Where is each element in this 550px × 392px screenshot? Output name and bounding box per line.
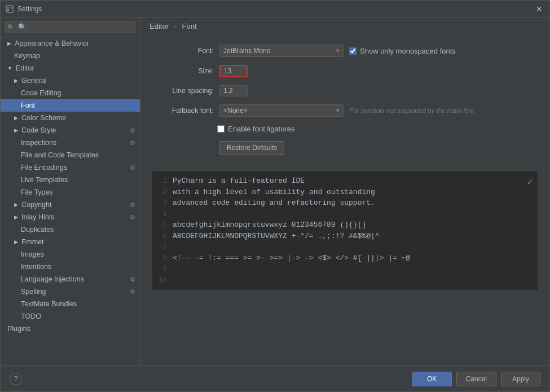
sidebar-item-color-scheme[interactable]: ▶ Color Scheme [1, 112, 140, 124]
ligatures-label: Enable font ligatures [228, 125, 295, 133]
sidebar-item-live-templates[interactable]: Live Templates [1, 174, 140, 186]
bottom-bar: ? OK Cancel Apply [1, 365, 549, 391]
preview-line-6: 6 ABCDEFGHIJKLMNOPQRSTUVWXYZ +-*/= .,;:!… [152, 231, 538, 242]
sidebar-item-code-editing[interactable]: Code Editing [1, 87, 140, 99]
sidebar-label-code-style: Code Style [21, 126, 56, 134]
sidebar-label-file-encodings: File Encodings [21, 164, 67, 171]
sidebar-label-images: Images [21, 250, 44, 258]
sidebar-item-plugins[interactable]: Plugins [1, 323, 140, 335]
ok-button[interactable]: OK [412, 372, 452, 386]
restore-defaults-button[interactable]: Restore Defaults [219, 141, 284, 155]
sidebar-item-code-style[interactable]: ▶ Code Style ⚙ [1, 124, 140, 136]
preview-line-5: 5 abcdefghijklmnopqrstuvwxyz 0123456789 … [152, 219, 538, 231]
sidebar-item-inspections[interactable]: Inspections ⚙ [1, 136, 140, 149]
apply-button[interactable]: Apply [501, 372, 540, 386]
line-num-2: 2 [152, 187, 173, 198]
font-label: Font: [152, 47, 214, 55]
gear-icon-inspections: ⚙ [130, 139, 135, 147]
sidebar-item-file-templates[interactable]: File and Code Templates [1, 149, 140, 161]
sidebar-item-spelling[interactable]: Spelling ⚙ [1, 285, 140, 298]
sidebar-label-color-scheme: Color Scheme [21, 114, 66, 122]
line-num-1: 1 [152, 175, 173, 187]
fallback-select[interactable]: <None> [219, 104, 344, 117]
window-icon [5, 5, 14, 14]
line-num-6: 6 [152, 231, 173, 242]
help-button[interactable]: ? [10, 373, 22, 385]
preview-line-3: 3 advanced code editing and refactoring … [152, 197, 538, 209]
size-input[interactable] [219, 65, 248, 77]
arrow-icon-copyright: ▶ [14, 202, 18, 208]
gear-icon-spelling: ⚙ [130, 288, 135, 296]
sidebar-item-lang-injections[interactable]: Language Injections ⚙ [1, 273, 140, 285]
line-code-5: abcdefghijklmnopqrstuvwxyz 0123456789 ()… [173, 219, 366, 231]
sidebar-item-inlay-hints[interactable]: ▶ Inlay Hints ⚙ [1, 211, 140, 223]
sidebar-item-copyright[interactable]: ▶ Copyright ⚙ [1, 199, 140, 211]
sidebar-label-lang-injections: Language Injections [21, 275, 84, 283]
monospaced-label: Show only monospaced fonts [360, 47, 456, 55]
sidebar-item-file-encodings[interactable]: File Encodings ⚙ [1, 161, 140, 174]
monospaced-checkbox[interactable] [349, 47, 357, 55]
sidebar-label-file-types: File Types [21, 188, 53, 196]
sidebar-item-appearance[interactable]: ▶ Appearance & Behavior [1, 37, 140, 50]
close-button[interactable]: ✕ [534, 3, 545, 15]
sidebar-label-emmet: Emmet [21, 238, 44, 246]
search-wrapper [5, 21, 135, 33]
preview-check-icon: ✓ [527, 175, 533, 188]
arrow-icon-emmet: ▶ [14, 239, 18, 245]
cancel-button[interactable]: Cancel [456, 372, 496, 386]
sidebar-search-area [1, 17, 140, 37]
fallback-select-wrapper: <None> [219, 104, 344, 117]
sidebar-item-file-types[interactable]: File Types [1, 186, 140, 199]
sidebar-item-editor[interactable]: ▼ Editor [1, 62, 140, 74]
line-code-1: PyCharm is a full-featured IDE [173, 175, 305, 187]
main-panel: Editor › Font Font: JetBrains Mono Show … [140, 17, 549, 365]
search-input[interactable] [5, 21, 135, 33]
sidebar-item-images[interactable]: Images [1, 248, 140, 261]
sidebar-item-emmet[interactable]: ▶ Emmet [1, 236, 140, 248]
window-title: Settings [17, 5, 534, 13]
ligatures-checkbox[interactable] [217, 125, 225, 133]
line-code-6: ABCDEFGHIJKLMNOPQRSTUVWXYZ +-*/= .,;:!? … [173, 231, 380, 242]
sidebar: ▶ Appearance & Behavior Keymap ▼ Editor … [1, 17, 140, 365]
breadcrumb-parent: Editor [149, 22, 169, 30]
sidebar-item-duplicates[interactable]: Duplicates [1, 223, 140, 236]
arrow-icon-code-style: ▶ [14, 127, 18, 133]
arrow-icon-inlay: ▶ [14, 214, 18, 220]
preview-line-9: 9 [152, 263, 538, 275]
sidebar-item-general[interactable]: ▶ General [1, 74, 140, 87]
line-spacing-input[interactable] [219, 85, 248, 96]
line-num-7: 7 [152, 241, 173, 253]
sidebar-item-todo[interactable]: TODO [1, 310, 140, 323]
preview-area: ✓ 1 PyCharm is a full-featured IDE 2 wit… [152, 170, 538, 290]
sidebar-label-textmate: TextMate Bundles [21, 300, 77, 308]
sidebar-label-file-templates: File and Code Templates [21, 151, 99, 159]
ligatures-row: Enable font ligatures [152, 125, 538, 133]
font-select[interactable]: JetBrains Mono [219, 45, 344, 57]
breadcrumb-current: Font [182, 22, 197, 30]
sidebar-label-general: General [21, 77, 46, 85]
gear-icon-lang: ⚙ [130, 276, 135, 283]
breadcrumb: Editor › Font [140, 17, 549, 36]
fallback-hint: For symbols not supported by the main fo… [349, 107, 474, 114]
sidebar-item-textmate[interactable]: TextMate Bundles [1, 298, 140, 310]
sidebar-label-spelling: Spelling [21, 288, 46, 296]
gear-icon-copyright: ⚙ [130, 201, 135, 209]
settings-content: Font: JetBrains Mono Show only monospace… [140, 36, 549, 365]
sidebar-item-intentions[interactable]: Intentions [1, 261, 140, 273]
sidebar-item-keymap[interactable]: Keymap [1, 50, 140, 62]
line-num-3: 3 [152, 197, 173, 209]
sidebar-label-inlay-hints: Inlay Hints [21, 213, 54, 221]
arrow-icon-editor: ▼ [7, 65, 12, 71]
line-num-9: 9 [152, 263, 173, 275]
line-code-3: advanced code editing and refactoring su… [173, 197, 375, 209]
gear-icon-code-style: ⚙ [130, 127, 135, 134]
line-code-2: with a high level of usability and outst… [173, 187, 375, 198]
sidebar-label-inspections: Inspections [21, 139, 56, 147]
sidebar-item-font[interactable]: Font [1, 99, 140, 112]
arrow-icon: ▶ [7, 41, 11, 46]
preview-line-10: 10 [152, 275, 538, 286]
settings-window: Settings ✕ ▶ Appearance & Behavior Keyma… [0, 0, 550, 392]
sidebar-label-todo: TODO [21, 312, 41, 320]
sidebar-label-copyright: Copyright [21, 201, 52, 209]
preview-line-2: 2 with a high level of usability and out… [152, 187, 538, 198]
